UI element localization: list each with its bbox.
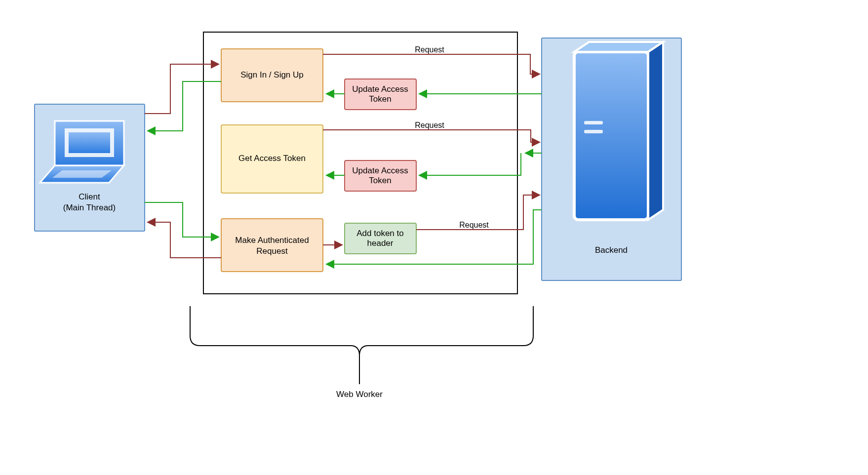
arrow-gettoken-to-backend [323,130,539,142]
client-label-1: Client [79,192,100,201]
signin-box: Sign In / Sign Up [221,49,323,102]
signin-label: Sign In / Sign Up [240,70,304,79]
arrow-client-to-signin [145,64,218,114]
make-auth-label-2: Request [256,246,288,256]
update-token1-label-1: Update Access [352,84,408,94]
update-token-box-1: Update Access Token [345,79,416,110]
backend-panel: Backend [542,38,681,280]
client-label-2: (Main Thread) [63,203,116,212]
make-auth-label-1: Make Authenticated [235,236,309,245]
svg-rect-4 [69,132,110,153]
add-header-box: Add token to header [345,223,416,254]
get-token-box: Get Access Token [221,125,323,193]
web-worker-label: Web Worker [336,390,383,399]
web-worker-brace [190,306,533,384]
arrow-makeauth-to-client [148,222,221,258]
client-panel: Client (Main Thread) [35,104,145,231]
arrow-backend-to-update2 [420,153,521,175]
svg-rect-7 [574,52,648,220]
get-token-label: Get Access Token [238,154,306,163]
server-icon [574,42,663,220]
update-token1-label-2: Token [369,94,391,104]
svg-rect-10 [584,121,603,124]
arrow-signin-to-backend [323,54,539,74]
add-header-label-1: Add token to [356,229,403,238]
svg-rect-14 [221,219,323,272]
arrow-client-to-makeauth [145,202,218,237]
backend-label: Backend [595,245,628,255]
request-label-3: Request [459,221,489,229]
svg-marker-5 [52,170,112,178]
update-token2-label-2: Token [369,176,391,185]
svg-rect-11 [584,130,603,133]
add-header-label-2: header [367,238,394,248]
diagram-canvas: Client (Main Thread) Backend Sign In / S… [0,0,868,475]
update-token-box-2: Update Access Token [345,160,416,191]
request-label-2: Request [415,121,444,129]
request-label-1: Request [415,45,444,54]
make-auth-box: Make Authenticated Request [221,219,323,272]
arrow-signin-to-client [148,81,221,131]
update-token2-label-1: Update Access [352,166,408,175]
svg-marker-9 [648,42,663,220]
